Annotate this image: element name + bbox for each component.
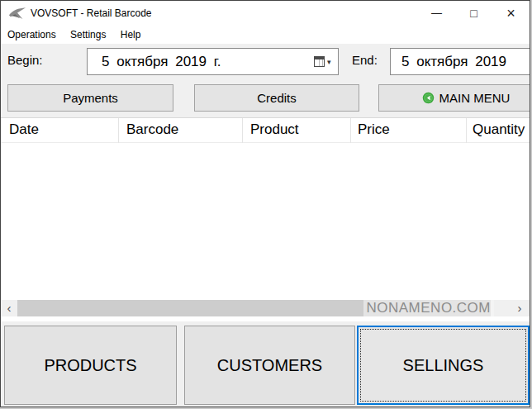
chevron-down-icon: ▾ [327,58,331,66]
column-divider [350,118,351,143]
column-divider [466,118,467,143]
sellings-table: Date Barcode Product Price Quantity [1,117,530,321]
scroll-right-icon[interactable]: › [511,300,529,316]
begin-date-picker[interactable]: 5 октября 2019 г. ▾ [87,48,339,75]
app-logo-icon [8,7,26,21]
column-header-quantity[interactable]: Quantity [473,121,525,138]
sellings-button[interactable]: SELLINGS [357,326,530,405]
credits-button-label: Credits [257,91,297,105]
app-window: VOVSOFT - Retail Barcode — □ × Operation… [0,0,530,407]
column-header-date[interactable]: Date [9,121,39,138]
customers-button-label: CUSTOMERS [217,356,322,375]
end-label: End: [352,53,378,67]
end-date-value: 5 октября 2019 [401,54,506,70]
calendar-dropdown-button[interactable]: ▾ [314,55,334,69]
products-button-label: PRODUCTS [44,356,136,375]
begin-label: Begin: [7,53,43,67]
column-header-price[interactable]: Price [358,121,390,138]
credits-button[interactable]: Credits [194,84,359,112]
main-menu-orb-icon [422,92,435,104]
products-button[interactable]: PRODUCTS [4,326,177,405]
column-header-barcode[interactable]: Barcode [126,121,178,138]
maximize-icon[interactable]: □ [455,1,492,26]
menu-item-settings[interactable]: Settings [65,26,111,44]
payments-button[interactable]: Payments [7,84,173,112]
customers-button[interactable]: CUSTOMERS [184,326,355,405]
sellings-button-label: SELLINGS [403,356,484,375]
column-divider [118,118,119,143]
column-header-product[interactable]: Product [250,121,299,138]
horizontal-scrollbar[interactable]: ‹ NONAMENO.COM › [1,300,530,316]
close-icon[interactable]: × [492,1,530,26]
column-divider [242,118,243,143]
watermark-text: NONAMENO.COM [363,300,495,316]
menu-item-operations[interactable]: Operations [2,26,61,44]
menu-item-help[interactable]: Help [116,26,146,44]
menu-bar: Operations Settings Help [1,26,530,44]
calendar-icon [314,56,325,67]
begin-date-value: 5 октября 2019 г. [102,54,221,70]
minimize-icon[interactable]: — [418,1,455,26]
main-menu-button[interactable]: MAIN MENU [378,84,530,112]
scroll-left-icon[interactable]: ‹ [1,300,17,316]
table-header-row: Date Barcode Product Price Quantity [1,118,530,143]
end-date-picker[interactable]: 5 октября 2019 [390,48,530,75]
title-bar: VOVSOFT - Retail Barcode — □ × [1,1,530,26]
payments-button-label: Payments [63,91,118,105]
main-menu-button-label: MAIN MENU [439,91,511,105]
window-title: VOVSOFT - Retail Barcode [31,7,152,19]
